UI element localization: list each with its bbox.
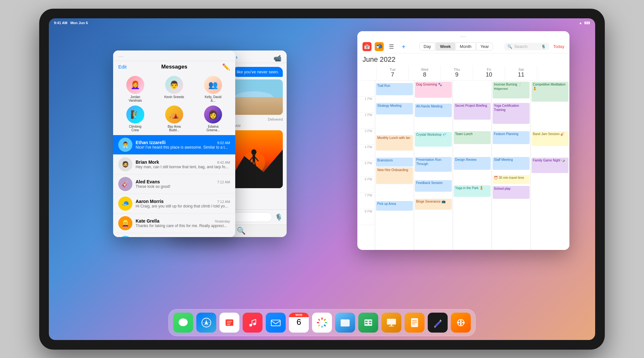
- chat-delivered: Delivered: [268, 117, 283, 121]
- event-yoga-park[interactable]: Yoga in the Park 🧘: [454, 185, 491, 197]
- message-row-kate[interactable]: 👱‍♀️ Kate Grella Yesterday Thanks for ta…: [113, 214, 235, 233]
- time-slot-7pm: 7 PM: [357, 193, 375, 209]
- pinned-name-climbing: Climbing Crew: [125, 125, 146, 132]
- event-feature-planning[interactable]: Feature Planning: [493, 131, 530, 144]
- pinned-contact-kevin[interactable]: 👨 Kevin Sneeds: [164, 76, 184, 102]
- pinned-contact-bayarea[interactable]: ⛺ Bay Area Budd...: [164, 106, 184, 132]
- event-design-review[interactable]: Design Review: [454, 157, 491, 170]
- dock-files[interactable]: [335, 313, 355, 333]
- event-team-lunch[interactable]: Team Lunch: [454, 131, 491, 144]
- dock-numbers[interactable]: [358, 313, 378, 333]
- message-preview-ethan: Nice! I've heard this place is awesome. …: [136, 145, 230, 150]
- calendar-today-button[interactable]: Today: [553, 44, 564, 49]
- message-time-kate: Yesterday: [214, 219, 230, 223]
- event-trail-run[interactable]: Trail Run: [376, 83, 413, 95]
- event-feedback-session[interactable]: Feedback Session: [415, 180, 452, 192]
- cal-view-week[interactable]: Week: [436, 42, 455, 50]
- calendar-add-icon[interactable]: ＋: [399, 42, 408, 51]
- dock-pencil[interactable]: [428, 313, 448, 333]
- calendar-icon-orange[interactable]: 📬: [375, 42, 384, 51]
- wifi-icon: ▲: [579, 21, 582, 25]
- pinned-contact-kelly[interactable]: 👥 Kelly, David &...: [203, 76, 223, 102]
- dock-mail[interactable]: [266, 313, 286, 333]
- event-presentation-run[interactable]: Presentation Run-Through: [415, 157, 452, 172]
- dock-calendar[interactable]: MON 6: [289, 313, 309, 333]
- cal-header-thu9: Thu 9: [441, 66, 473, 80]
- dock-music[interactable]: [243, 313, 263, 333]
- mic-icon[interactable]: 🎙️: [275, 213, 283, 221]
- event-incense-burning[interactable]: Incense Burning 🕯️Ridgecrest: [493, 82, 530, 98]
- message-name-kate: Kate Grella: [136, 218, 159, 224]
- calendar-search[interactable]: 🔍 Search 🎙️: [504, 43, 549, 50]
- facetime-icon[interactable]: 📹: [273, 54, 282, 62]
- calendar-list-icon[interactable]: ☰: [387, 42, 396, 51]
- dock-arcade[interactable]: [451, 313, 471, 333]
- dock-keynote[interactable]: [381, 313, 401, 333]
- event-binge-severance[interactable]: Binge Severance 📺: [415, 199, 452, 210]
- time-slot-8pm: 8 PM: [357, 209, 375, 225]
- event-yoga-certification[interactable]: Yoga Certification Training: [493, 103, 530, 124]
- time-slot-5pm: 5 PM: [357, 161, 375, 177]
- event-family-game-night[interactable]: Family Game Night 🎲: [532, 158, 568, 173]
- day-col-thu9: Secret Project Briefing Team Lunch Desig…: [453, 80, 492, 250]
- message-time-ethan: 9:02 AM: [217, 141, 230, 145]
- event-competitive-meditation[interactable]: Competitive Meditation 🧘: [532, 82, 568, 102]
- dock-pages[interactable]: [405, 313, 425, 333]
- cal-view-month[interactable]: Month: [456, 42, 476, 50]
- dock-photos[interactable]: [312, 313, 332, 333]
- calendar-icon-red[interactable]: 📅: [362, 42, 371, 51]
- message-time-brian: 8:42 AM: [217, 161, 230, 164]
- cal-view-day[interactable]: Day: [419, 42, 435, 50]
- event-crystal-workshop[interactable]: Crystal Workshop 💎: [415, 132, 452, 147]
- event-staff-meeting[interactable]: Staff Meeting: [493, 157, 530, 170]
- messages-list: 👨‍💼 Ethan Izzarelli 9:02 AM Nice! I've h…: [113, 135, 235, 237]
- dock-reminders[interactable]: [219, 313, 239, 333]
- message-row-erin[interactable]: 👩‍💻 Erin Steed Yesterday Hey Craig, Here…: [113, 233, 235, 237]
- event-school-play[interactable]: School play: [493, 186, 530, 199]
- event-secret-project[interactable]: Secret Project Briefing: [454, 103, 491, 120]
- emoji-more[interactable]: 🔍: [237, 227, 246, 235]
- svg-rect-44: [411, 318, 418, 327]
- svg-point-22: [249, 324, 252, 326]
- event-new-hire[interactable]: New Hire Onboarding: [376, 167, 413, 184]
- event-monthly-lunch[interactable]: Monthly Lunch with Ian: [376, 135, 413, 151]
- calendar-titlebar: ···: [357, 31, 569, 40]
- event-strategy-meeting[interactable]: Strategy Meeting: [376, 103, 413, 115]
- message-content-aaron: Aaron Morris 7:12 AM Hi Craig, are you s…: [136, 199, 230, 208]
- time-slot-4pm: 4 PM: [357, 145, 375, 161]
- message-row-aaron[interactable]: 🧢 Aaron Morris 7:12 AM Hi Craig, are you…: [113, 194, 235, 214]
- event-all-hands[interactable]: All-Hands Meeting: [415, 104, 452, 117]
- dock-safari[interactable]: [196, 313, 216, 333]
- message-content-brian: Brian Mork 8:42 AM Hey man, can I still …: [136, 160, 230, 169]
- event-travel-time[interactable]: ⏰ 30 min travel time: [493, 175, 530, 184]
- time-slot-1pm: 1 PM: [357, 96, 375, 113]
- event-dog-grooming[interactable]: Dog Grooming 🐾: [415, 82, 452, 98]
- dock-messages[interactable]: [173, 313, 193, 333]
- message-name-ethan: Ethan Izzarelli: [136, 140, 165, 145]
- svg-rect-7: [253, 155, 255, 162]
- event-brainstorm[interactable]: Brainstorm: [376, 158, 413, 167]
- pinned-contact-jordan[interactable]: 👩‍🦰 Jordan Vandnais: [125, 76, 146, 102]
- message-name-aled: Aled Evans: [136, 179, 160, 184]
- message-content-aled: Aled Evans 7:12 AM These look so good!: [136, 179, 230, 189]
- avatar-erin: 👩‍💻: [118, 236, 132, 237]
- pinned-contact-edwina[interactable]: 👩 Edwina Greena...: [203, 106, 223, 132]
- message-row-aled[interactable]: 🎸 Aled Evans 7:12 AM These look so good!: [113, 174, 235, 194]
- message-row-ethan[interactable]: 👨‍💼 Ethan Izzarelli 9:02 AM Nice! I've h…: [113, 135, 235, 155]
- event-band-jam[interactable]: Band Jam Session 🎸: [532, 131, 568, 146]
- calendar-window: ··· 📅 📬 ☰ ＋ Day Week Month Year: [357, 31, 569, 250]
- day-col-sat11: Competitive Meditation 🧘 Band Jam Sessio…: [531, 80, 569, 250]
- messages-compose-button[interactable]: ✏️: [222, 63, 230, 71]
- svg-rect-31: [318, 324, 320, 326]
- pinned-avatar-edwina: 👩: [204, 106, 222, 124]
- pinned-avatar-climbing: 🧗: [126, 106, 144, 124]
- message-row-brian[interactable]: 🧔 Brian Mork 8:42 AM Hey man, can I stil…: [113, 155, 235, 174]
- cal-view-year[interactable]: Year: [476, 42, 493, 50]
- svg-rect-26: [321, 317, 323, 320]
- messages-toolbar: Edit Messages ✏️: [113, 61, 235, 73]
- event-pickup-anna[interactable]: Pick up Anna: [376, 201, 413, 211]
- calendar-grid-header: Tue 7 Wed 8 Thu 9 Fri 10: [357, 66, 569, 80]
- messages-edit-button[interactable]: Edit: [118, 64, 127, 69]
- pinned-contact-climbing[interactable]: 🧗 Climbing Crew: [125, 106, 146, 132]
- message-preview-aled: These look so good!: [136, 184, 230, 189]
